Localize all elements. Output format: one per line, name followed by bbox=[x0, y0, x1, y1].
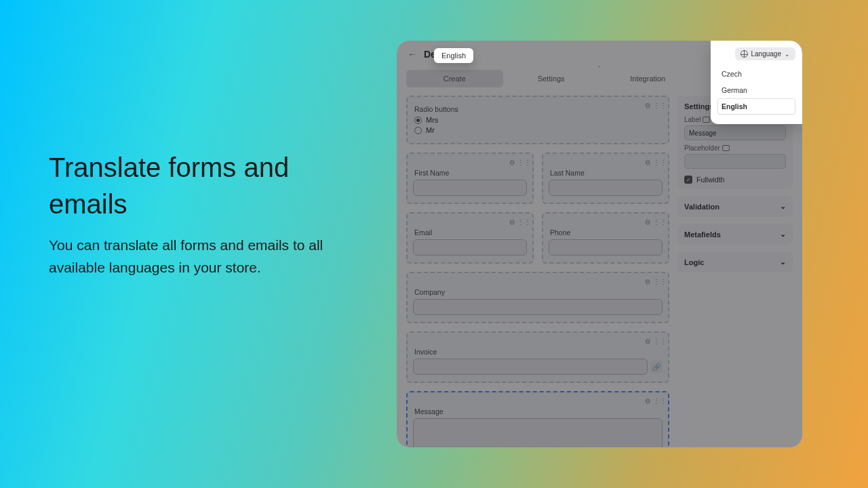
back-icon[interactable]: ← bbox=[408, 49, 417, 60]
tab-create[interactable]: Create bbox=[406, 70, 503, 87]
collapse-icon[interactable]: ⊖ bbox=[644, 396, 652, 405]
fullwidth-checkbox[interactable]: ✓ Fullwidth bbox=[684, 176, 786, 184]
language-dropdown: Language ⌄ Czech German English bbox=[711, 41, 802, 124]
phone-input[interactable] bbox=[549, 239, 663, 256]
translate-icon bbox=[703, 117, 710, 123]
email-label: Email bbox=[414, 228, 526, 237]
message-label: Message bbox=[414, 407, 661, 415]
radio-icon bbox=[414, 117, 422, 124]
label-field-input[interactable] bbox=[684, 125, 786, 140]
first-name-input[interactable] bbox=[413, 180, 527, 196]
language-option-german[interactable]: German bbox=[717, 82, 795, 98]
block-last-name[interactable]: ⊖⋮⋮ Last Name bbox=[542, 152, 669, 204]
check-icon: ✓ bbox=[684, 176, 692, 184]
globe-icon bbox=[741, 50, 748, 58]
marketing-subtext: You can translate all forms and emails t… bbox=[49, 235, 374, 279]
placeholder-field-input[interactable] bbox=[684, 154, 786, 169]
block-invoice[interactable]: ⊖⋮⋮ Invoice 🔗 bbox=[406, 331, 669, 383]
link-icon[interactable]: 🔗 bbox=[650, 361, 663, 373]
collapse-icon[interactable]: ⊖ bbox=[644, 218, 652, 226]
company-label: Company bbox=[414, 288, 661, 296]
block-email[interactable]: ⊖⋮⋮ Email bbox=[406, 212, 534, 264]
radio-option-mr[interactable]: Mr bbox=[414, 126, 661, 134]
company-input[interactable] bbox=[413, 299, 663, 315]
accordion-metafields[interactable]: Metafields ⌄ bbox=[677, 224, 793, 245]
last-name-label: Last Name bbox=[550, 169, 661, 177]
collapse-icon[interactable]: ⊖ bbox=[644, 277, 652, 285]
drag-icon[interactable]: ⋮⋮ bbox=[656, 218, 664, 226]
chevron-down-icon: ⌄ bbox=[780, 258, 786, 266]
drag-icon[interactable]: ⋮⋮ bbox=[656, 158, 664, 166]
message-textarea[interactable] bbox=[413, 418, 663, 447]
radio-icon bbox=[414, 127, 422, 134]
block-first-name[interactable]: ⊖⋮⋮ First Name bbox=[406, 152, 534, 204]
current-language-pill[interactable]: English bbox=[434, 48, 473, 63]
placeholder-field-label: Placeholder bbox=[684, 144, 786, 152]
chevron-down-icon: ⌄ bbox=[780, 230, 786, 239]
drag-icon[interactable]: ⋮⋮ bbox=[656, 337, 664, 345]
block-radio-buttons[interactable]: ⊖ ⋮⋮ Radio buttons Mrs Mr bbox=[406, 96, 669, 144]
email-input[interactable] bbox=[413, 239, 527, 256]
language-option-czech[interactable]: Czech bbox=[717, 66, 795, 82]
drag-icon[interactable]: ⋮⋮ bbox=[656, 101, 664, 109]
translate-icon bbox=[722, 145, 730, 151]
collapse-icon[interactable]: ⊖ bbox=[644, 337, 652, 345]
accordion-validation[interactable]: Validation ⌄ bbox=[677, 196, 793, 217]
chevron-down-icon: ⌄ bbox=[780, 202, 786, 211]
drag-icon[interactable]: ⋮⋮ bbox=[656, 396, 664, 405]
settings-sidebar: Settings Label Placeholder ✓ Fullwidth V… bbox=[677, 96, 793, 447]
marketing-copy: Translate forms and emails You can trans… bbox=[49, 149, 374, 279]
chevron-down-icon: ⌄ bbox=[785, 51, 790, 58]
block-phone[interactable]: ⊖⋮⋮ Phone bbox=[542, 212, 669, 264]
phone-label: Phone bbox=[550, 228, 661, 237]
invoice-input[interactable] bbox=[413, 359, 648, 375]
form-canvas: ⊖ ⋮⋮ Radio buttons Mrs Mr ⊖⋮⋮ First Name bbox=[406, 96, 669, 447]
last-name-input[interactable] bbox=[549, 180, 663, 196]
language-button[interactable]: Language ⌄ bbox=[735, 47, 796, 60]
accordion-logic[interactable]: Logic ⌄ bbox=[677, 251, 793, 272]
marketing-headline: Translate forms and emails bbox=[49, 149, 374, 222]
drag-icon[interactable]: ⋮⋮ bbox=[520, 218, 528, 226]
block-company[interactable]: ⊖⋮⋮ Company bbox=[406, 272, 669, 323]
radio-block-title: Radio buttons bbox=[414, 105, 661, 113]
invoice-label: Invoice bbox=[414, 348, 661, 356]
app-window: ← Demo - Create Settings Integration Emb… bbox=[397, 41, 802, 447]
language-option-english[interactable]: English bbox=[717, 98, 795, 115]
radio-option-mrs[interactable]: Mrs bbox=[414, 116, 661, 124]
block-message[interactable]: ⊖⋮⋮ Message bbox=[406, 391, 669, 447]
collapse-icon[interactable]: ⊖ bbox=[508, 158, 516, 166]
first-name-label: First Name bbox=[414, 169, 526, 177]
collapse-icon[interactable]: ⊖ bbox=[644, 101, 652, 109]
tab-integration[interactable]: Integration bbox=[599, 70, 696, 87]
collapse-icon[interactable]: ⊖ bbox=[508, 218, 516, 226]
collapse-icon[interactable]: ⊖ bbox=[644, 158, 652, 166]
drag-icon[interactable]: ⋮⋮ bbox=[520, 158, 528, 166]
drag-icon[interactable]: ⋮⋮ bbox=[656, 277, 664, 285]
tab-settings-nav[interactable]: Settings bbox=[503, 70, 600, 87]
